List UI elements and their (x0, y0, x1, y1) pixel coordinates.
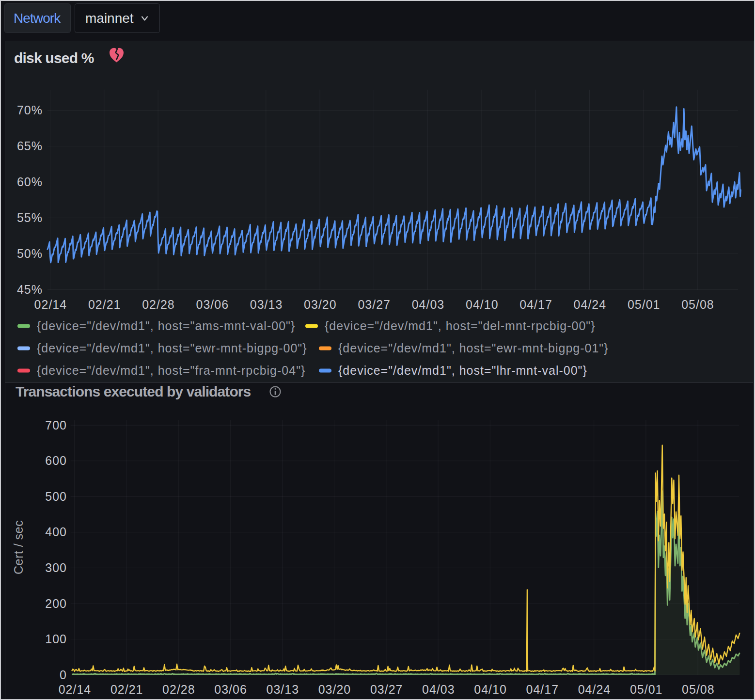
svg-text:03/27: 03/27 (370, 683, 403, 696)
svg-text:300: 300 (45, 561, 67, 574)
svg-text:05/01: 05/01 (628, 298, 661, 311)
svg-text:disk used %: disk used % (14, 50, 94, 66)
svg-text:Transactions executed by valid: Transactions executed by validators (16, 383, 251, 399)
svg-text:100: 100 (45, 632, 67, 646)
svg-text:05/08: 05/08 (681, 298, 714, 311)
svg-text:0: 0 (60, 668, 67, 682)
svg-text:60%: 60% (17, 175, 43, 189)
svg-text:04/03: 04/03 (422, 683, 455, 696)
svg-text:{device="/dev/md1", host="ewr-: {device="/dev/md1", host="ewr-mnt-bigpg-… (338, 341, 609, 355)
svg-text:55%: 55% (17, 211, 43, 224)
svg-text:04/24: 04/24 (574, 298, 607, 311)
svg-text:{device="/dev/md1", host="lhr-: {device="/dev/md1", host="lhr-mnt-val-00… (338, 364, 587, 377)
svg-text:70%: 70% (17, 103, 43, 117)
svg-text:03/13: 03/13 (250, 298, 283, 311)
svg-text:Cert / sec: Cert / sec (12, 520, 25, 574)
svg-text:02/21: 02/21 (88, 298, 121, 311)
svg-text:03/06: 03/06 (214, 683, 247, 696)
svg-text:65%: 65% (17, 139, 43, 153)
svg-text:{device="/dev/md1", host="fra-: {device="/dev/md1", host="fra-mnt-rpcbig… (37, 364, 305, 377)
svg-text:04/10: 04/10 (466, 298, 499, 311)
svg-text:Network: Network (14, 11, 61, 26)
svg-text:04/10: 04/10 (474, 683, 507, 696)
svg-text:{device="/dev/md1", host="del-: {device="/dev/md1", host="del-mnt-rpcbig… (325, 319, 596, 333)
svg-text:03/20: 03/20 (304, 298, 337, 311)
svg-text:03/13: 03/13 (267, 683, 299, 696)
svg-text:400: 400 (45, 525, 67, 539)
svg-text:{device="/dev/md1", host="ewr-: {device="/dev/md1", host="ewr-mnt-bigpg-… (37, 341, 307, 355)
svg-text:04/03: 04/03 (412, 298, 445, 311)
svg-text:03/06: 03/06 (196, 298, 229, 311)
svg-text:04/24: 04/24 (578, 683, 611, 696)
svg-text:02/14: 02/14 (34, 298, 67, 311)
svg-text:05/08: 05/08 (682, 683, 715, 696)
svg-text:02/21: 02/21 (110, 683, 143, 696)
svg-text:02/28: 02/28 (142, 298, 175, 311)
svg-text:04/17: 04/17 (519, 298, 552, 311)
svg-text:50%: 50% (17, 247, 43, 260)
svg-text:04/17: 04/17 (526, 683, 559, 696)
svg-text:{device="/dev/md1", host="ams-: {device="/dev/md1", host="ams-mnt-val-00… (37, 319, 295, 333)
svg-text:05/01: 05/01 (630, 683, 663, 696)
svg-text:03/27: 03/27 (358, 298, 391, 311)
svg-text:02/14: 02/14 (59, 683, 92, 696)
svg-text:45%: 45% (17, 283, 43, 296)
svg-text:600: 600 (45, 454, 67, 467)
svg-text:200: 200 (45, 597, 67, 610)
svg-text:700: 700 (45, 418, 67, 432)
svg-text:500: 500 (45, 490, 67, 503)
svg-text:mainnet: mainnet (85, 11, 134, 26)
svg-text:02/28: 02/28 (162, 683, 195, 696)
svg-text:03/20: 03/20 (318, 683, 351, 696)
